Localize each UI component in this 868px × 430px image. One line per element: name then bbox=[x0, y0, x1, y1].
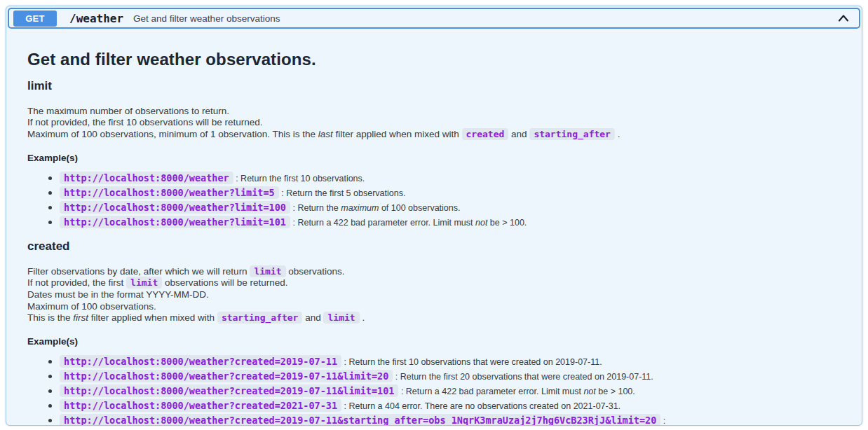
example-url-code: http://localhost:8000/weather bbox=[60, 172, 233, 184]
example-description: : Return the first 10 observations. bbox=[233, 174, 365, 183]
example-description: : Return the first 5 observations. bbox=[279, 188, 406, 198]
example-item: http://localhost:8000/weather?limit=100 … bbox=[60, 201, 841, 214]
limit-examples-heading: Example(s) bbox=[27, 153, 841, 163]
inline-code: created bbox=[462, 128, 509, 140]
emphasized-text: maximum bbox=[341, 203, 379, 213]
page-title: Get and filter weather observations. bbox=[27, 50, 841, 69]
example-url-code: http://localhost:8000/weather?limit=100 bbox=[60, 201, 290, 214]
example-description: : Return the first 10 observations that … bbox=[341, 357, 602, 367]
description-line: Filter observations by date, after which… bbox=[27, 266, 841, 277]
param-heading-limit: limit bbox=[27, 79, 841, 93]
section-created: created Filter observations by date, aft… bbox=[27, 240, 841, 426]
example-item: http://localhost:8000/weather?created=20… bbox=[60, 370, 841, 382]
description-line: Dates must be in the format YYYY-MM-DD. bbox=[27, 289, 841, 300]
chevron-up-icon bbox=[836, 11, 850, 25]
example-item: http://localhost:8000/weather?limit=101 … bbox=[60, 216, 841, 228]
description-line: If not provided, the first limit observa… bbox=[27, 277, 841, 289]
emphasized-text: last bbox=[318, 129, 333, 139]
example-url-code: http://localhost:8000/weather?created=20… bbox=[60, 414, 660, 426]
description-line: This is the first filter applied when mi… bbox=[27, 312, 841, 324]
example-item: http://localhost:8000/weather?limit=5 : … bbox=[60, 186, 841, 199]
inline-code: starting_after bbox=[217, 312, 303, 324]
emphasized-text: not bbox=[583, 387, 595, 396]
inline-code: limit bbox=[126, 277, 162, 289]
example-url-code: http://localhost:8000/weather?created=20… bbox=[60, 370, 393, 382]
example-item: http://localhost:8000/weather?created=20… bbox=[60, 384, 841, 397]
limit-description: The maximum number of observations to re… bbox=[27, 106, 841, 140]
example-description: : Return the maximum of 100 observations… bbox=[290, 203, 460, 213]
inline-code: starting_after bbox=[529, 128, 615, 140]
example-item: http://localhost:8000/weather : Return t… bbox=[60, 172, 841, 184]
operation-summary-header[interactable]: GET /weather Get and filter weather obse… bbox=[8, 8, 860, 29]
example-description: : bbox=[660, 416, 665, 426]
example-url-code: http://localhost:8000/weather?created=20… bbox=[60, 355, 341, 368]
emphasized-text: not bbox=[475, 218, 487, 228]
created-examples-heading: Example(s) bbox=[27, 336, 841, 347]
description-line: Maximum of 100 observations, minimum of … bbox=[27, 129, 841, 140]
endpoint-path: /weather bbox=[69, 12, 123, 25]
inline-code: limit bbox=[250, 265, 285, 277]
endpoint-summary: Get and filter weather observations bbox=[133, 13, 280, 24]
description-line: The maximum number of observations to re… bbox=[27, 106, 841, 116]
example-description: : Return a 422 bad parameter error. Limi… bbox=[290, 218, 527, 228]
operation-panel: GET /weather Get and filter weather obse… bbox=[6, 6, 862, 426]
example-item: http://localhost:8000/weather?created=20… bbox=[60, 355, 841, 368]
example-description: : Return the first 20 observations that … bbox=[393, 372, 653, 382]
example-url-code: http://localhost:8000/weather?created=20… bbox=[60, 384, 398, 397]
example-item: http://localhost:8000/weather?created=20… bbox=[60, 399, 841, 412]
operation-description-body: Get and filter weather observations. lim… bbox=[6, 50, 862, 426]
description-line: Maximum of 100 observations. bbox=[27, 301, 841, 312]
example-url-code: http://localhost:8000/weather?created=20… bbox=[60, 399, 341, 412]
inline-code: limit bbox=[323, 312, 359, 324]
http-method-badge: GET bbox=[13, 11, 57, 27]
param-heading-created: created bbox=[27, 240, 841, 254]
section-limit: limit The maximum number of observations… bbox=[27, 79, 841, 228]
example-description: : Return a 404 error. There are no obser… bbox=[341, 401, 621, 411]
example-url-code: http://localhost:8000/weather?limit=5 bbox=[60, 186, 279, 199]
emphasized-text: first bbox=[73, 312, 88, 323]
collapse-button[interactable] bbox=[835, 11, 852, 25]
created-description: Filter observations by date, after which… bbox=[27, 266, 841, 324]
example-url-code: http://localhost:8000/weather?limit=101 bbox=[60, 216, 290, 228]
example-description: : Return a 422 bad parameter error. Limi… bbox=[398, 387, 635, 396]
created-examples-list: http://localhost:8000/weather?created=20… bbox=[27, 355, 841, 426]
example-item: http://localhost:8000/weather?created=20… bbox=[60, 414, 841, 426]
description-line: If not provided, the first 10 observatio… bbox=[27, 117, 841, 127]
limit-examples-list: http://localhost:8000/weather : Return t… bbox=[27, 172, 841, 228]
